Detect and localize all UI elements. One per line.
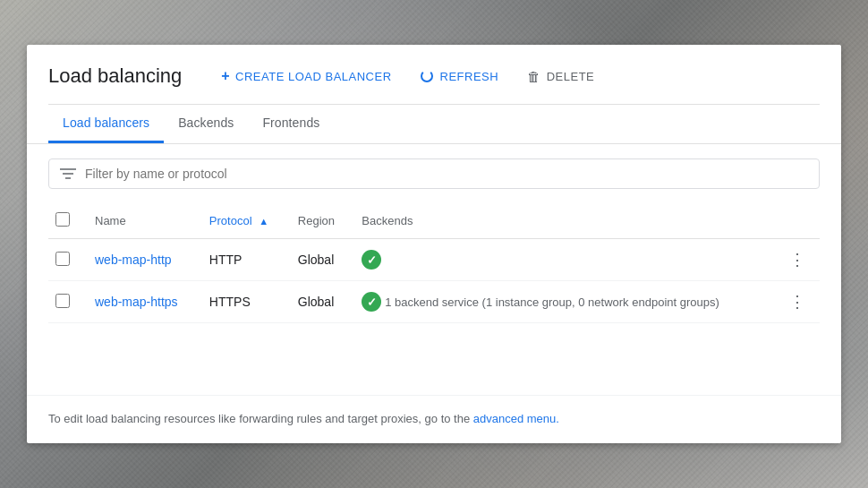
row1-more-button[interactable]: ⋮: [782, 248, 813, 271]
row2-region: Global: [287, 281, 352, 323]
row1-checkbox-cell[interactable]: [48, 239, 84, 281]
filter-icon: [60, 167, 76, 180]
select-all-checkbox[interactable]: [55, 212, 70, 227]
row2-checkbox-cell[interactable]: [48, 281, 84, 323]
refresh-button-label: REFRESH: [440, 70, 499, 83]
col-backends: Backends: [351, 203, 766, 239]
row1-region: Global: [287, 239, 352, 281]
tab-frontends[interactable]: Frontends: [248, 105, 334, 143]
advanced-menu-link[interactable]: advanced menu.: [473, 412, 559, 425]
page-header: Load balancing + CREATE LOAD BALANCER RE…: [27, 45, 841, 104]
row1-checkbox[interactable]: [55, 252, 70, 266]
col-region: Region: [287, 203, 352, 239]
plus-icon: +: [221, 68, 230, 84]
row2-actions-cell: ⋮: [767, 281, 820, 323]
select-all-header[interactable]: [48, 203, 84, 239]
footer-text: To edit load balancing resources like fo…: [48, 412, 470, 425]
main-card: Load balancing + CREATE LOAD BALANCER RE…: [27, 45, 841, 443]
row2-more-button[interactable]: ⋮: [782, 290, 813, 313]
footer-note: To edit load balancing resources like fo…: [27, 395, 841, 443]
tab-load-balancers[interactable]: Load balancers: [48, 105, 164, 143]
page-title: Load balancing: [48, 64, 182, 88]
table-container: Name Protocol ▲ Region Backends: [27, 203, 841, 388]
refresh-icon: [421, 70, 433, 82]
row2-protocol: HTTPS: [199, 281, 287, 323]
delete-button[interactable]: 🗑 DELETE: [516, 64, 605, 90]
create-button-label: CREATE LOAD BALANCER: [235, 70, 391, 83]
delete-button-label: DELETE: [547, 70, 595, 83]
sort-arrow-icon: ▲: [259, 216, 268, 227]
trash-icon: 🗑: [527, 69, 541, 84]
refresh-button[interactable]: REFRESH: [410, 64, 510, 89]
tab-divider: [27, 143, 841, 144]
col-name: Name: [84, 203, 199, 239]
row2-name[interactable]: web-map-https: [84, 281, 199, 323]
table-header-row: Name Protocol ▲ Region Backends: [48, 203, 820, 239]
row1-name[interactable]: web-map-http: [84, 239, 199, 281]
row2-status-icon: ✓: [362, 292, 381, 312]
col-protocol[interactable]: Protocol ▲: [199, 203, 287, 239]
tabs-container: Load balancers Backends Frontends: [27, 105, 841, 143]
table-row: web-map-http HTTP Global ✓ ⋮: [48, 239, 820, 281]
filter-bar[interactable]: [48, 158, 820, 189]
header-actions: + CREATE LOAD BALANCER REFRESH 🗑 DELETE: [210, 63, 605, 90]
row1-protocol: HTTP: [199, 239, 287, 281]
create-load-balancer-button[interactable]: + CREATE LOAD BALANCER: [210, 63, 402, 90]
filter-input[interactable]: [85, 167, 808, 181]
tab-backends[interactable]: Backends: [164, 105, 248, 143]
row2-backends: ✓ 1 backend service (1 instance group, 0…: [351, 281, 766, 323]
row1-actions-cell: ⋮: [767, 239, 820, 281]
row1-status-icon: ✓: [362, 250, 381, 270]
row2-checkbox[interactable]: [55, 294, 70, 308]
table-row: web-map-https HTTPS Global ✓ 1 backend s…: [48, 281, 820, 323]
load-balancers-table: Name Protocol ▲ Region Backends: [48, 203, 820, 323]
row2-backends-text: 1 backend service (1 instance group, 0 n…: [385, 295, 719, 309]
row1-backends: ✓: [351, 239, 766, 281]
